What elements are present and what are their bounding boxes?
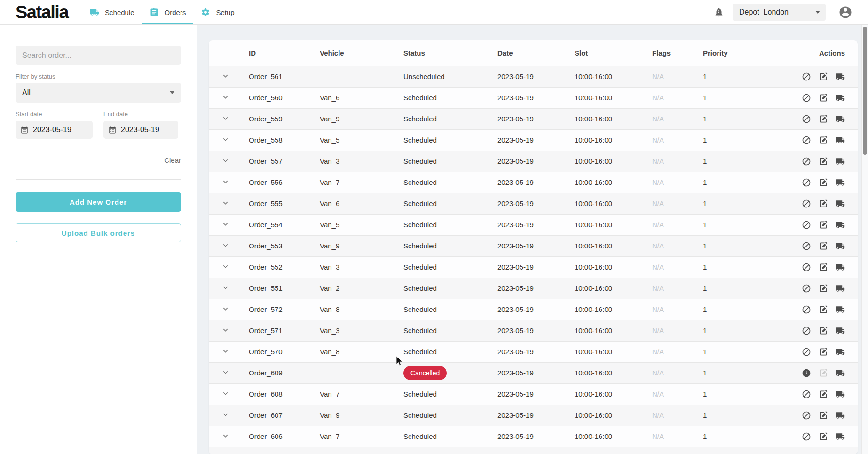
truck-action-icon[interactable] bbox=[836, 199, 845, 208]
block-action-icon[interactable] bbox=[802, 432, 811, 441]
truck-action-icon[interactable] bbox=[836, 263, 845, 272]
edit-action-icon[interactable] bbox=[819, 72, 828, 81]
slot-cell: 10:00-16:00 bbox=[568, 87, 645, 108]
expand-row-button[interactable] bbox=[221, 262, 230, 271]
notification-bell-icon[interactable] bbox=[714, 7, 724, 17]
truck-action-icon[interactable] bbox=[836, 368, 845, 378]
upload-bulk-orders-button[interactable]: Upload Bulk orders bbox=[16, 223, 181, 242]
expand-row-button[interactable] bbox=[221, 389, 230, 398]
block-action-icon[interactable] bbox=[802, 157, 811, 166]
truck-icon bbox=[836, 199, 845, 208]
order-id-cell: Order_551 bbox=[242, 278, 313, 299]
expand-row-button[interactable] bbox=[221, 283, 230, 292]
end-date-input[interactable]: 2023-05-19 bbox=[103, 121, 178, 139]
truck-action-icon[interactable] bbox=[836, 114, 845, 124]
expand-row-button[interactable] bbox=[221, 304, 230, 313]
edit-action-icon[interactable] bbox=[819, 178, 828, 187]
expand-row-button[interactable] bbox=[221, 241, 230, 250]
truck-action-icon[interactable] bbox=[836, 157, 845, 166]
expand-row-button[interactable] bbox=[221, 93, 230, 102]
slot-cell: 10:00-16:00 bbox=[568, 341, 645, 362]
truck-action-icon[interactable] bbox=[836, 432, 845, 441]
block-action-icon[interactable] bbox=[802, 241, 811, 251]
expand-row-button[interactable] bbox=[221, 177, 230, 186]
truck-action-icon[interactable] bbox=[836, 347, 845, 357]
edit-action-icon[interactable] bbox=[819, 347, 828, 357]
block-action-icon[interactable] bbox=[802, 72, 811, 81]
block-action-icon[interactable] bbox=[802, 347, 811, 357]
expand-row-button[interactable] bbox=[221, 410, 230, 419]
expand-row-button[interactable] bbox=[221, 199, 230, 207]
start-date-input[interactable]: 2023-05-19 bbox=[16, 121, 93, 139]
search-order-input[interactable] bbox=[16, 46, 181, 65]
block-action-icon[interactable] bbox=[802, 390, 811, 399]
edit-action-icon[interactable] bbox=[819, 220, 828, 230]
edit-action-icon[interactable] bbox=[819, 135, 828, 145]
tab-setup[interactable]: Setup bbox=[193, 0, 242, 24]
filters-sidebar: Filter by status All Start date 2023-05-… bbox=[0, 25, 197, 454]
truck-action-icon[interactable] bbox=[836, 390, 845, 399]
block-action-icon[interactable] bbox=[802, 411, 811, 420]
expand-row-button[interactable] bbox=[221, 368, 230, 377]
edit-action-icon[interactable] bbox=[819, 326, 828, 335]
tab-schedule[interactable]: Schedule bbox=[82, 0, 142, 24]
order-id-cell: Order_556 bbox=[242, 172, 313, 193]
edit-action-icon[interactable] bbox=[819, 93, 828, 103]
expand-row-button[interactable] bbox=[221, 114, 230, 123]
status-filter-select[interactable]: All bbox=[16, 83, 181, 103]
expand-row-button[interactable] bbox=[221, 135, 230, 144]
clock-action-icon[interactable] bbox=[802, 368, 811, 378]
edit-action-icon[interactable] bbox=[819, 411, 828, 420]
edit-action-icon[interactable] bbox=[819, 114, 828, 124]
block-action-icon[interactable] bbox=[802, 114, 811, 124]
edit-action-icon[interactable] bbox=[819, 263, 828, 272]
clear-filters-link[interactable]: Clear bbox=[16, 156, 181, 164]
scrollbar-thumb[interactable] bbox=[863, 27, 867, 155]
status-cell: Scheduled bbox=[396, 320, 490, 341]
edit-action-icon[interactable] bbox=[819, 199, 828, 208]
truck-action-icon[interactable] bbox=[836, 411, 845, 420]
user-avatar[interactable] bbox=[838, 5, 852, 19]
truck-action-icon[interactable] bbox=[836, 178, 845, 187]
block-action-icon[interactable] bbox=[802, 199, 811, 208]
truck-action-icon[interactable] bbox=[836, 284, 845, 293]
block-icon bbox=[802, 326, 811, 335]
truck-action-icon[interactable] bbox=[836, 93, 845, 103]
block-action-icon[interactable] bbox=[802, 263, 811, 272]
block-action-icon[interactable] bbox=[802, 284, 811, 293]
expand-row-button[interactable] bbox=[221, 326, 230, 335]
expand-row-button[interactable] bbox=[221, 156, 230, 165]
block-action-icon[interactable] bbox=[802, 326, 811, 335]
edit-action-icon[interactable] bbox=[819, 390, 828, 399]
edit-icon bbox=[819, 178, 828, 187]
edit-action-icon[interactable] bbox=[819, 432, 828, 441]
truck-action-icon[interactable] bbox=[836, 326, 845, 335]
flags-cell: N/A bbox=[645, 193, 696, 214]
row-actions bbox=[771, 157, 858, 166]
truck-action-icon[interactable] bbox=[836, 220, 845, 230]
expand-row-button[interactable] bbox=[221, 431, 230, 440]
start-date-value: 2023-05-19 bbox=[33, 126, 71, 134]
truck-action-icon[interactable] bbox=[836, 241, 845, 251]
expand-row-button[interactable] bbox=[221, 72, 230, 80]
add-new-order-button[interactable]: Add New Order bbox=[16, 192, 181, 212]
depot-selector[interactable]: Depot_London bbox=[733, 4, 826, 21]
edit-action-icon[interactable] bbox=[819, 284, 828, 293]
block-action-icon[interactable] bbox=[802, 93, 811, 103]
expand-row-button[interactable] bbox=[221, 347, 230, 356]
truck-action-icon[interactable] bbox=[836, 305, 845, 314]
flags-cell: N/A bbox=[645, 320, 696, 341]
truck-action-icon[interactable] bbox=[836, 72, 845, 81]
col-header-id: ID bbox=[242, 40, 313, 66]
edit-action-icon[interactable] bbox=[819, 305, 828, 314]
block-action-icon[interactable] bbox=[802, 220, 811, 230]
edit-action-icon[interactable] bbox=[819, 157, 828, 166]
tab-orders[interactable]: Orders bbox=[142, 0, 194, 24]
truck-icon bbox=[836, 326, 845, 335]
block-action-icon[interactable] bbox=[802, 305, 811, 314]
block-action-icon[interactable] bbox=[802, 135, 811, 145]
expand-row-button[interactable] bbox=[221, 220, 230, 229]
truck-action-icon[interactable] bbox=[836, 135, 845, 145]
edit-action-icon[interactable] bbox=[819, 241, 828, 251]
block-action-icon[interactable] bbox=[802, 178, 811, 187]
